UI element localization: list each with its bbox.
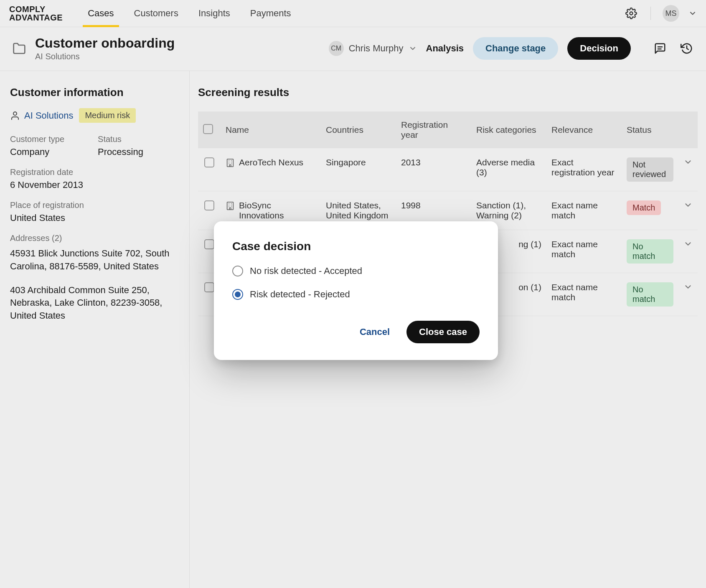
addresses-heading: Addresses (2) xyxy=(10,233,179,243)
info-grid: Customer type Company Status Processing xyxy=(10,134,179,157)
col-name: Name xyxy=(221,112,321,148)
customer-link[interactable]: AI Solutions xyxy=(24,110,73,121)
radio-label: Risk detected - Rejected xyxy=(250,289,350,300)
building-icon xyxy=(226,158,235,167)
brand-line1: COMPLY xyxy=(9,5,63,13)
risk-badge: Medium risk xyxy=(79,108,136,123)
svg-rect-12 xyxy=(227,202,234,210)
chevron-down-icon[interactable] xyxy=(683,200,693,210)
content-heading: Screening results xyxy=(198,86,698,99)
chevron-down-icon xyxy=(409,44,417,53)
radio-option[interactable]: Risk detected - Rejected xyxy=(232,289,480,300)
sidebar: Customer information AI Solutions Medium… xyxy=(0,71,190,588)
assignee-avatar: CM xyxy=(329,41,344,56)
svg-point-0 xyxy=(630,12,633,15)
radio-icon xyxy=(232,266,243,276)
divider xyxy=(650,7,651,20)
decision-button[interactable]: Decision xyxy=(567,37,631,60)
top-nav: COMPLY ADVANTAGE Cases Customers Insight… xyxy=(0,0,706,27)
radio-option[interactable]: No risk detected - Accepted xyxy=(232,266,480,276)
row-relevance: Exact name match xyxy=(546,230,622,273)
row-relevance: Exact registration year xyxy=(546,148,622,191)
brand-line2: ADVANTAGE xyxy=(9,13,63,22)
case-subtitle: AI Solutions xyxy=(35,52,320,61)
customer-type-label: Customer type xyxy=(10,134,64,144)
status-value: Processing xyxy=(98,147,143,157)
col-countries: Countries xyxy=(321,112,396,148)
status-badge: No match xyxy=(627,239,673,264)
top-nav-right: MS xyxy=(624,5,697,22)
customer-type-value: Company xyxy=(10,147,64,157)
col-relevance: Relevance xyxy=(546,112,622,148)
place-of-registration-value: United States xyxy=(10,213,179,223)
nav-tab-insights[interactable]: Insights xyxy=(198,8,230,19)
radio-label: No risk detected - Accepted xyxy=(250,266,362,276)
registration-date-value: 6 November 2013 xyxy=(10,180,179,190)
assignee-chip[interactable]: CM Chris Murphy xyxy=(329,41,417,56)
case-header: Customer onboarding AI Solutions CM Chri… xyxy=(0,27,706,71)
address-2: 403 Archibald Common Suite 250, Nebraska… xyxy=(10,284,179,322)
table-header-row: Name Countries Registration year Risk ca… xyxy=(198,112,698,148)
col-registration-year: Registration year xyxy=(396,112,471,148)
case-header-icons xyxy=(653,41,694,56)
row-relevance: Exact name match xyxy=(546,191,622,230)
dialog-actions: Cancel Close case xyxy=(232,321,480,343)
person-icon xyxy=(10,111,20,121)
svg-rect-19 xyxy=(229,208,231,210)
row-risk-categories: Adverse media (3) xyxy=(471,148,546,191)
row-name: AeroTech Nexus xyxy=(239,157,303,167)
sidebar-heading: Customer information xyxy=(10,86,179,99)
user-avatar[interactable]: MS xyxy=(663,5,679,22)
table-row[interactable]: AeroTech NexusSingapore2013Adverse media… xyxy=(198,148,698,191)
change-stage-button[interactable]: Change stage xyxy=(473,37,558,60)
status-badge: No match xyxy=(627,282,673,307)
chevron-down-icon[interactable] xyxy=(683,282,693,291)
registration-date-label: Registration date xyxy=(10,167,179,177)
dialog-title: Case decision xyxy=(232,240,480,253)
row-checkbox[interactable] xyxy=(204,282,214,292)
svg-rect-11 xyxy=(229,165,231,167)
col-status: Status xyxy=(622,112,678,148)
folder-icon xyxy=(12,41,27,56)
col-risk-categories: Risk categories xyxy=(471,112,546,148)
row-name: BioSync Innovations xyxy=(239,200,316,220)
case-decision-dialog: Case decision No risk detected - Accepte… xyxy=(214,221,498,360)
row-checkbox[interactable] xyxy=(204,157,214,167)
nav-tab-payments[interactable]: Payments xyxy=(250,8,291,19)
case-titles: Customer onboarding AI Solutions xyxy=(35,35,320,61)
chevron-down-icon[interactable] xyxy=(683,239,693,248)
brand-logo: COMPLY ADVANTAGE xyxy=(9,5,63,22)
nav-tab-customers[interactable]: Customers xyxy=(134,8,178,19)
close-case-button[interactable]: Close case xyxy=(406,321,480,343)
select-all-checkbox[interactable] xyxy=(203,124,213,134)
chevron-down-icon[interactable] xyxy=(688,9,697,18)
gear-icon[interactable] xyxy=(624,6,639,21)
svg-point-3 xyxy=(13,112,17,115)
assignee-name: Chris Murphy xyxy=(349,43,404,54)
analysis-link[interactable]: Analysis xyxy=(426,43,464,54)
nav-tabs: Cases Customers Insights Payments xyxy=(88,8,624,19)
history-icon[interactable] xyxy=(679,41,694,56)
chevron-down-icon[interactable] xyxy=(683,157,693,167)
building-icon xyxy=(226,201,235,210)
row-registration-year: 2013 xyxy=(396,148,471,191)
row-checkbox[interactable] xyxy=(204,200,214,210)
status-badge: Match xyxy=(627,200,661,215)
row-relevance: Exact name match xyxy=(546,273,622,316)
place-of-registration-label: Place of registration xyxy=(10,200,179,210)
svg-rect-4 xyxy=(227,159,234,167)
row-checkbox[interactable] xyxy=(204,239,214,249)
status-badge: Not reviewed xyxy=(627,157,673,182)
cancel-button[interactable]: Cancel xyxy=(360,327,390,337)
status-label: Status xyxy=(98,134,143,144)
customer-link-row: AI Solutions Medium risk xyxy=(10,108,179,123)
radio-icon xyxy=(232,289,243,300)
comment-icon[interactable] xyxy=(653,41,668,56)
nav-tab-cases[interactable]: Cases xyxy=(88,8,114,19)
case-actions: CM Chris Murphy Analysis Change stage De… xyxy=(329,37,694,60)
case-title: Customer onboarding xyxy=(35,35,320,51)
row-countries: Singapore xyxy=(321,148,396,191)
address-1: 45931 Blick Junctions Suite 702, South C… xyxy=(10,247,179,273)
